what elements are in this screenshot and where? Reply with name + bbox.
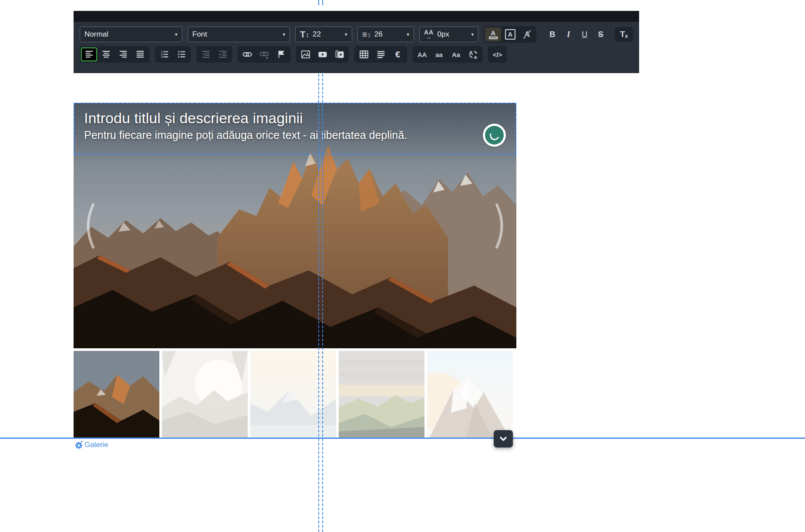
thumbnail-2[interactable] bbox=[162, 351, 248, 438]
font-family-value: Font bbox=[192, 30, 207, 39]
media-playlist-button[interactable] bbox=[331, 47, 347, 61]
unordered-list-button[interactable] bbox=[173, 47, 189, 61]
horizontal-divider-line bbox=[0, 438, 805, 439]
image-icon bbox=[300, 49, 311, 60]
remove-link-button[interactable] bbox=[256, 47, 272, 61]
align-left-button[interactable] bbox=[81, 47, 97, 61]
underline-icon: U bbox=[582, 30, 587, 39]
link-icon bbox=[242, 49, 253, 60]
youtube-button[interactable] bbox=[314, 47, 330, 61]
status-circle-button[interactable] bbox=[483, 124, 506, 147]
editor-toolbar: Normal Font T↕ 22 ≡↕ bbox=[74, 11, 639, 73]
vertical-guide-top bbox=[318, 0, 323, 5]
toolbar-top-strip bbox=[74, 11, 639, 22]
gallery-label-text: Galerie bbox=[84, 441, 108, 449]
code-group: </> bbox=[488, 46, 507, 63]
strikethrough-button[interactable]: S bbox=[593, 27, 609, 41]
svg-text:a: a bbox=[474, 54, 477, 60]
font-size-select[interactable]: T↕ 22 bbox=[295, 27, 352, 42]
carousel-prev-arrow[interactable] bbox=[79, 202, 98, 250]
chevron-down-icon bbox=[497, 432, 510, 445]
lowercase-icon: aa bbox=[435, 51, 443, 58]
chevron-down-icon bbox=[468, 31, 474, 37]
ordered-list-button[interactable]: 123 bbox=[156, 47, 172, 61]
align-justify-button[interactable] bbox=[132, 47, 148, 61]
remove-color-button[interactable]: A bbox=[519, 27, 535, 41]
flag-button[interactable] bbox=[273, 47, 289, 61]
color-button-group: A A A bbox=[484, 26, 536, 43]
chevron-down-icon bbox=[403, 31, 409, 37]
capitalize-button[interactable]: Aa bbox=[448, 47, 464, 61]
paragraph-format-select[interactable]: Normal bbox=[80, 27, 182, 42]
underline-button[interactable]: U bbox=[576, 27, 593, 41]
collapse-button[interactable] bbox=[494, 430, 513, 448]
insert-image-button[interactable] bbox=[297, 47, 313, 61]
code-view-button[interactable]: </> bbox=[489, 47, 505, 61]
letter-spacing-value: 0px bbox=[437, 30, 449, 39]
font-color-bar-icon bbox=[489, 37, 498, 39]
thumbnail-1-active[interactable] bbox=[74, 351, 159, 438]
gallery-settings-link[interactable]: Galerie bbox=[74, 440, 108, 450]
slide-description[interactable]: Pentru fiecare imagine poți adăuga orice… bbox=[84, 128, 407, 142]
letter-spacing-icon: AA↔ bbox=[424, 29, 434, 40]
strikethrough-icon: S bbox=[598, 30, 603, 39]
lines-icon bbox=[376, 50, 386, 59]
chevron-down-icon bbox=[279, 31, 285, 37]
unlink-icon bbox=[259, 49, 269, 60]
ordered-list-icon: 123 bbox=[160, 50, 169, 59]
caption-text: Introdu titlul și descrierea imaginii Pe… bbox=[84, 109, 407, 142]
clear-formatting-button[interactable]: Tx bbox=[615, 27, 633, 42]
unordered-list-icon bbox=[177, 50, 186, 59]
toggle-case-button[interactable]: Aa bbox=[465, 47, 481, 61]
lowercase-button[interactable]: aa bbox=[431, 47, 447, 61]
toolbar-row-1: Normal Font T↕ 22 ≡↕ bbox=[80, 27, 633, 42]
carousel-next-arrow[interactable] bbox=[492, 202, 511, 250]
alignment-group bbox=[80, 46, 149, 63]
horizontal-lines-button[interactable] bbox=[373, 47, 389, 61]
youtube-icon bbox=[317, 49, 328, 60]
outdent-button[interactable] bbox=[198, 47, 214, 61]
toolbar-row-2: 123 bbox=[80, 47, 633, 62]
italic-button[interactable]: I bbox=[560, 27, 576, 41]
insert-table-button[interactable] bbox=[356, 47, 372, 61]
thumbnail-3[interactable] bbox=[250, 351, 336, 438]
inline-style-group: B I U S bbox=[544, 27, 609, 41]
thumbnail-strip bbox=[74, 351, 513, 438]
thumb-5-image bbox=[427, 351, 513, 438]
thumbnail-5[interactable] bbox=[427, 351, 513, 438]
thumb-2-image bbox=[162, 351, 248, 438]
font-color-button[interactable]: A bbox=[485, 27, 501, 41]
indent-icon bbox=[218, 50, 228, 59]
align-right-button[interactable] bbox=[115, 47, 131, 61]
uppercase-button[interactable]: AA bbox=[414, 47, 430, 61]
slide-title[interactable]: Introdu titlul și descrierea imaginii bbox=[84, 109, 407, 127]
background-color-button[interactable]: A bbox=[502, 27, 518, 41]
bold-button[interactable]: B bbox=[544, 27, 560, 41]
chevron-down-icon bbox=[341, 31, 347, 37]
font-color-a-icon: A bbox=[491, 30, 495, 36]
indent-group bbox=[196, 46, 232, 63]
insert-link-button[interactable] bbox=[239, 47, 255, 61]
uppercase-icon: AA bbox=[418, 51, 427, 58]
flag-icon bbox=[276, 50, 286, 59]
caption-selection-box[interactable]: Introdu titlul și descrierea imaginii Pe… bbox=[74, 103, 516, 155]
table-icon bbox=[359, 49, 369, 60]
toolbar-rows: Normal Font T↕ 22 ≡↕ bbox=[74, 22, 639, 62]
font-size-icon: T↕ bbox=[300, 30, 309, 40]
indent-button[interactable] bbox=[215, 47, 231, 61]
thumbnail-4[interactable] bbox=[339, 351, 424, 438]
line-height-select[interactable]: ≡↕ 26 bbox=[357, 27, 414, 42]
letter-spacing-select[interactable]: AA↔ 0px bbox=[419, 27, 478, 42]
align-left-icon bbox=[84, 50, 94, 59]
currency-euro-button[interactable]: € bbox=[390, 47, 406, 61]
insert-group: € bbox=[354, 46, 407, 63]
playlist-play-icon bbox=[334, 49, 345, 60]
media-group bbox=[296, 46, 349, 63]
align-center-button[interactable] bbox=[98, 47, 114, 61]
font-family-select[interactable]: Font bbox=[188, 27, 290, 42]
case-group: AA aa Aa Aa bbox=[413, 46, 482, 63]
spinner-arc-icon bbox=[488, 129, 500, 141]
italic-icon: I bbox=[567, 30, 570, 39]
thumb-3-image bbox=[250, 351, 336, 438]
toggle-case-icon: Aa bbox=[468, 49, 478, 60]
